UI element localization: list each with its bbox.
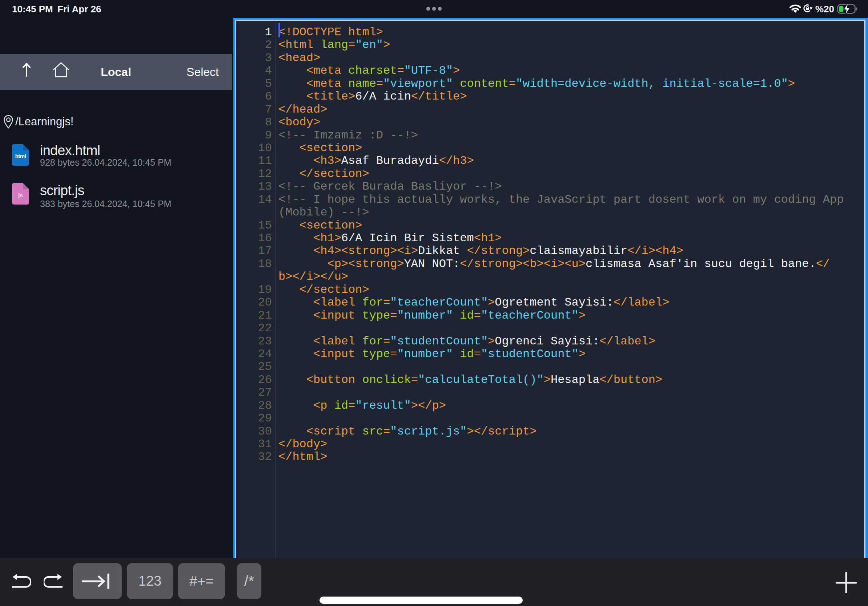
svg-text:html: html	[15, 153, 26, 159]
svg-text:js: js	[18, 192, 23, 198]
